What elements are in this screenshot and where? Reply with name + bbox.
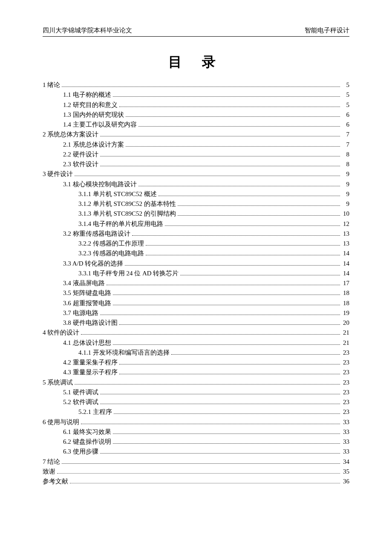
toc-entry-label: 6.2 键盘操作说明	[63, 437, 111, 447]
toc-entry-page: 36	[342, 477, 349, 486]
toc-entry-page: 23	[342, 348, 349, 358]
toc-leader-dots	[100, 315, 340, 315]
toc-entry: 3.1 核心模块控制电路设计9	[43, 179, 349, 189]
toc-entry-label: 5.2.1 主程序	[78, 407, 112, 417]
toc-entry-page: 23	[342, 387, 349, 397]
toc-entry: 2.3 软件设计8	[43, 159, 349, 169]
toc-leader-dots	[126, 146, 340, 147]
toc-entry: 3.3 A/D 转化器的选择14	[43, 259, 349, 269]
toc-leader-dots	[62, 87, 340, 87]
toc-entry: 参考文献36	[43, 477, 349, 486]
toc-leader-dots	[57, 473, 340, 474]
toc-entry-page: 14	[342, 259, 349, 269]
toc-entry: 3 硬件设计9	[43, 169, 349, 179]
toc-entry-page: 9	[342, 169, 349, 179]
toc-entry-page: 13	[342, 229, 349, 239]
toc-entry-label: 2.2 硬件设计	[63, 150, 98, 159]
toc-entry-label: 1.1 电子称的概述	[63, 90, 111, 100]
toc-entry-label: 1.4 主要工作以及研究内容	[63, 120, 137, 130]
toc-entry-page: 7	[342, 140, 349, 150]
toc-entry-label: 3.8 硬件电路设计图	[63, 318, 118, 328]
toc-leader-dots	[138, 126, 340, 127]
toc-leader-dots	[114, 413, 340, 414]
toc-entry-page: 20	[342, 318, 349, 328]
toc-entry-page: 6	[342, 120, 349, 130]
toc-entry-label: 3.1.4 电子秤的单片机应用电路	[78, 219, 163, 229]
toc-entry: 1.3 国内外的研究现状6	[43, 110, 349, 120]
toc-leader-dots	[81, 424, 340, 424]
toc-entry-page: 23	[342, 367, 349, 377]
toc-entry-page: 10	[342, 209, 349, 219]
toc-entry-page: 19	[342, 308, 349, 318]
toc-entry-page: 33	[342, 417, 349, 427]
toc-entry-label: 参考文献	[43, 477, 68, 486]
toc-entry: 3.8 硬件电路设计图20	[43, 318, 349, 328]
toc-entry-label: 1 绪论	[43, 80, 60, 90]
toc-leader-dots	[119, 364, 340, 364]
toc-entry-page: 5	[342, 80, 349, 90]
toc-leader-dots	[178, 215, 340, 216]
toc-entry: 致谢35	[43, 467, 349, 477]
toc-entry-page: 23	[342, 378, 349, 387]
toc-entry-label: 致谢	[43, 467, 55, 477]
toc-leader-dots	[178, 205, 340, 206]
toc-entry-label: 5.2 软件调试	[63, 397, 98, 407]
toc-entry-page: 12	[342, 219, 349, 229]
toc-entry-label: 2 系统总体方案设计	[43, 130, 98, 139]
toc-leader-dots	[107, 285, 340, 285]
toc-entry-page: 13	[342, 239, 349, 249]
header-institution: 四川大学锦城学院本科毕业论文	[43, 26, 132, 35]
toc-entry-label: 4.1 总体设计思想	[63, 338, 111, 348]
toc-entry-page: 8	[342, 159, 349, 169]
toc-entry: 3.7 电源电路19	[43, 308, 349, 318]
toc-entry: 5.2 软件调试23	[43, 397, 349, 407]
toc-leader-dots	[81, 334, 340, 335]
toc-entry-page: 21	[342, 338, 349, 348]
toc-entry-page: 9	[342, 189, 349, 199]
toc-entry-page: 23	[342, 407, 349, 417]
toc-entry-label: 3.2 称重传感器电路设计	[63, 229, 130, 239]
toc-leader-dots	[100, 166, 340, 166]
toc-leader-dots	[100, 404, 340, 404]
toc-entry-page: 5	[342, 90, 349, 100]
toc-leader-dots	[138, 186, 340, 186]
toc-entry-page: 14	[342, 269, 349, 278]
toc-entry: 4.2 重量采集子程序23	[43, 358, 349, 367]
toc-entry-page: 6	[342, 110, 349, 120]
toc-entry: 7 结论34	[43, 457, 349, 467]
toc-leader-dots	[146, 245, 340, 246]
toc-entry: 6.2 键盘操作说明33	[43, 437, 349, 447]
toc-entry-page: 35	[342, 467, 349, 477]
toc-entry: 3.2 称重传感器电路设计13	[43, 229, 349, 239]
toc-entry: 6.1 最终实习效果33	[43, 427, 349, 437]
toc-entry-label: 3.2.3 传感器的电路电路	[78, 249, 144, 258]
toc-entry-label: 4.3 重量显示子程序	[63, 367, 118, 377]
toc-entry: 3.4 液晶屏电路17	[43, 278, 349, 288]
toc-leader-dots	[165, 225, 340, 226]
toc-entry-page: 8	[342, 150, 349, 159]
toc-leader-dots	[100, 156, 340, 156]
toc-leader-dots	[113, 96, 340, 97]
toc-entry: 3.6 超重报警电路18	[43, 298, 349, 308]
toc-entry-page: 9	[342, 179, 349, 189]
toc-entry: 2.2 硬件设计8	[43, 150, 349, 159]
toc-entry-label: 3.2.2 传感器的工作原理	[78, 239, 144, 249]
toc-entry-label: 5.1 硬件调试	[63, 387, 98, 397]
toc-entry: 6 使用与说明33	[43, 417, 349, 427]
toc-leader-dots	[70, 483, 340, 483]
toc-entry-label: 4.1.1 开发环境和编写语言的选择	[78, 348, 170, 358]
toc-leader-dots	[113, 434, 340, 434]
toc-entry-label: 3.3 A/D 转化器的选择	[63, 259, 123, 269]
toc-leader-dots	[171, 354, 340, 355]
toc-entry-label: 1.2 研究目的和意义	[63, 100, 118, 110]
toc-leader-dots	[119, 374, 340, 374]
toc-entry-page: 18	[342, 298, 349, 308]
toc-leader-dots	[113, 443, 340, 444]
toc-leader-dots	[119, 324, 340, 325]
toc-entry: 3.2.2 传感器的工作原理13	[43, 239, 349, 249]
toc-leader-dots	[125, 265, 340, 266]
toc-leader-dots	[75, 384, 340, 384]
toc-entry: 4.1 总体设计思想21	[43, 338, 349, 348]
toc-entry-page: 33	[342, 427, 349, 437]
toc-entry: 5.2.1 主程序23	[43, 407, 349, 417]
